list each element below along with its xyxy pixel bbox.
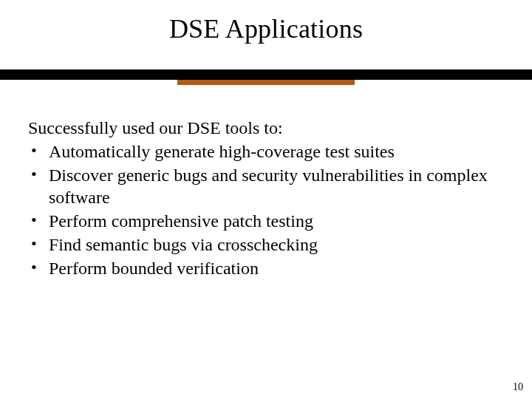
- intro-line: Successfully used our DSE tools to:: [28, 117, 504, 139]
- bullet-list: Automatically generate high-coverage tes…: [28, 140, 504, 279]
- list-item: Perform comprehensive patch testing: [28, 210, 504, 232]
- accent-bar: [177, 80, 355, 85]
- divider-bar: [0, 69, 532, 80]
- list-item: Perform bounded verification: [28, 257, 504, 279]
- slide-title: DSE Applications: [0, 13, 532, 44]
- list-item: Discover generic bugs and security vulne…: [28, 164, 504, 208]
- list-item: Find semantic bugs via crosschecking: [28, 233, 504, 256]
- slide: DSE Applications Successfully used our D…: [0, 0, 532, 399]
- page-number: 10: [513, 381, 523, 393]
- body-text: Successfully used our DSE tools to: Auto…: [28, 117, 504, 281]
- list-item: Automatically generate high-coverage tes…: [28, 140, 504, 163]
